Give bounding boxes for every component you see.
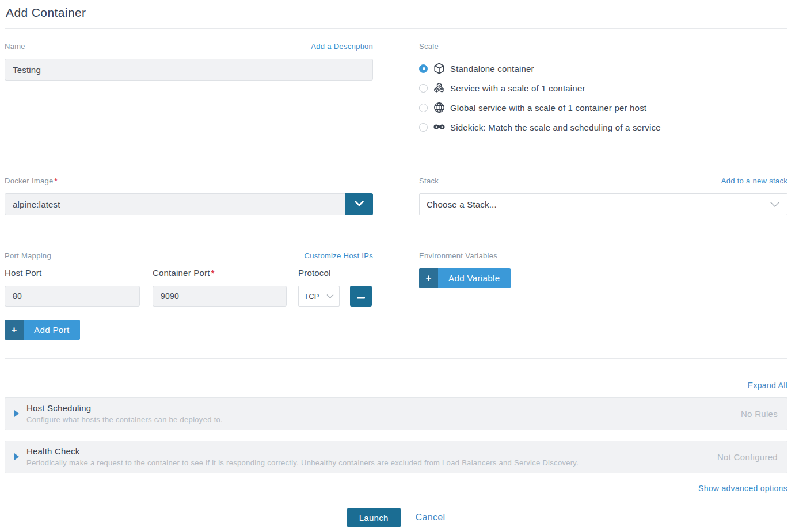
accordion-title: Health Check bbox=[26, 446, 703, 456]
required-asterisk: * bbox=[55, 177, 58, 185]
remove-port-button[interactable] bbox=[350, 286, 372, 307]
accordion-description: Periodically make a request to the conta… bbox=[26, 458, 703, 467]
image-stack-section: Docker Image* Stack Add to a new stack bbox=[5, 160, 787, 235]
add-container-page: Add Container Name Add a Description Sca… bbox=[0, 0, 799, 527]
name-label: Name bbox=[5, 42, 25, 51]
scale-option-label: Global service with a scale of 1 contain… bbox=[450, 103, 646, 113]
protocol-select[interactable]: TCP bbox=[298, 286, 340, 307]
accordion-status: No Rules bbox=[741, 409, 778, 419]
show-advanced-options-link[interactable]: Show advanced options bbox=[698, 484, 787, 493]
stack-select[interactable]: Choose a Stack... bbox=[419, 193, 787, 215]
accordion-title: Host Scheduling bbox=[26, 403, 727, 413]
name-scale-section: Name Add a Description Scale bbox=[5, 29, 787, 160]
docker-image-input[interactable] bbox=[5, 193, 345, 215]
minus-icon bbox=[357, 292, 365, 301]
ports-env-section: Port Mapping Customize Host IPs Host Por… bbox=[5, 235, 787, 358]
radio-unselected-icon[interactable] bbox=[419, 84, 428, 93]
caret-right-icon bbox=[14, 410, 19, 417]
section-divider bbox=[5, 358, 787, 359]
chevron-down-icon bbox=[770, 200, 780, 209]
environment-variables-label: Environment Variables bbox=[419, 251, 497, 260]
name-field-group: Name Add a Description bbox=[5, 42, 373, 137]
environment-variables-group: Environment Variables + Add Variable bbox=[419, 251, 787, 340]
chevron-down-icon bbox=[354, 200, 364, 209]
mask-icon bbox=[433, 121, 446, 133]
scale-label: Scale bbox=[419, 42, 439, 51]
required-asterisk: * bbox=[211, 268, 215, 278]
radio-selected-icon[interactable] bbox=[419, 64, 428, 73]
docker-image-combo bbox=[5, 193, 373, 215]
host-port-input[interactable] bbox=[5, 286, 140, 307]
container-port-input[interactable] bbox=[153, 286, 287, 307]
scale-option-label: Sidekick: Match the scale and scheduling… bbox=[450, 123, 661, 132]
accordion-status: Not Configured bbox=[717, 452, 778, 462]
scale-option-sidekick[interactable]: Sidekick: Match the scale and scheduling… bbox=[419, 117, 787, 137]
scale-option-global[interactable]: Global service with a scale of 1 contain… bbox=[419, 98, 787, 117]
host-port-header: Host Port bbox=[5, 268, 140, 280]
health-check-accordion[interactable]: Health Check Periodically make a request… bbox=[5, 441, 787, 473]
add-new-stack-link[interactable]: Add to a new stack bbox=[721, 177, 787, 185]
cubes-icon bbox=[433, 82, 446, 94]
scale-field-group: Scale Standalone container bbox=[419, 42, 787, 137]
host-scheduling-accordion[interactable]: Host Scheduling Configure what hosts the… bbox=[5, 397, 787, 430]
scale-option-label: Standalone container bbox=[450, 64, 534, 74]
footer-actions: Launch Cancel bbox=[5, 508, 787, 527]
add-description-link[interactable]: Add a Description bbox=[311, 42, 373, 51]
scale-option-service[interactable]: Service with a scale of 1 container bbox=[419, 78, 787, 98]
host-port-field: Host Port bbox=[5, 268, 140, 307]
stack-field-group: Stack Add to a new stack Choose a Stack.… bbox=[419, 177, 787, 215]
accordion-texts: Health Check Periodically make a request… bbox=[26, 446, 703, 467]
plus-icon: + bbox=[5, 320, 24, 340]
cancel-link[interactable]: Cancel bbox=[416, 512, 446, 523]
docker-image-dropdown-button[interactable] bbox=[345, 193, 373, 215]
container-port-field: Container Port* bbox=[153, 268, 287, 307]
scale-radio-group: Standalone container S bbox=[419, 59, 787, 137]
expand-all-link[interactable]: Expand All bbox=[748, 381, 787, 390]
customize-host-ips-link[interactable]: Customize Host IPs bbox=[304, 251, 373, 260]
scale-option-label: Service with a scale of 1 container bbox=[450, 83, 585, 93]
add-port-button[interactable]: + Add Port bbox=[5, 320, 80, 340]
docker-image-label: Docker Image* bbox=[5, 177, 58, 185]
stack-label: Stack bbox=[419, 177, 439, 185]
protocol-select-value: TCP bbox=[304, 292, 319, 301]
scale-option-standalone[interactable]: Standalone container bbox=[419, 59, 787, 78]
docker-image-field-group: Docker Image* bbox=[5, 177, 373, 215]
protocol-header: Protocol bbox=[298, 268, 340, 280]
stack-select-value: Choose a Stack... bbox=[427, 200, 497, 209]
name-input[interactable] bbox=[5, 59, 373, 81]
accordion-description: Configure what hosts the containers can … bbox=[26, 415, 727, 424]
chevron-down-icon bbox=[326, 292, 334, 301]
port-mapping-row: Host Port Container Port* Protocol TCP bbox=[5, 268, 373, 307]
add-variable-button[interactable]: + Add Variable bbox=[419, 268, 511, 288]
accordion-texts: Host Scheduling Configure what hosts the… bbox=[26, 403, 727, 424]
add-port-label: Add Port bbox=[24, 320, 80, 340]
launch-button[interactable]: Launch bbox=[347, 508, 401, 527]
page-title: Add Container bbox=[5, 0, 787, 28]
port-mapping-label: Port Mapping bbox=[5, 251, 51, 260]
port-mapping-group: Port Mapping Customize Host IPs Host Por… bbox=[5, 251, 373, 340]
globe-icon bbox=[433, 101, 446, 114]
container-port-header: Container Port* bbox=[153, 268, 287, 280]
radio-unselected-icon[interactable] bbox=[419, 123, 428, 132]
add-variable-label: Add Variable bbox=[438, 268, 511, 288]
protocol-field: Protocol TCP bbox=[298, 268, 340, 307]
radio-unselected-icon[interactable] bbox=[419, 104, 428, 112]
caret-right-icon bbox=[14, 453, 19, 460]
cube-icon bbox=[433, 62, 446, 75]
plus-icon: + bbox=[419, 268, 438, 288]
